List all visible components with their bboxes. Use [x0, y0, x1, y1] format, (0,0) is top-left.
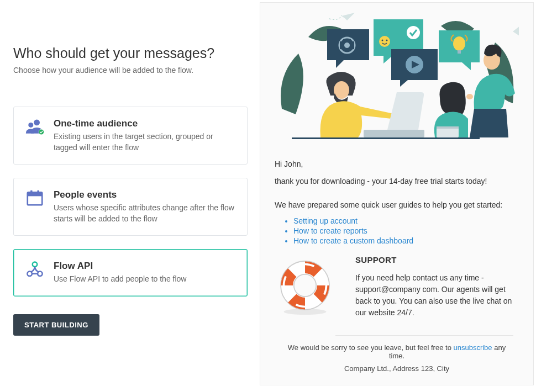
- svg-rect-7: [37, 190, 39, 194]
- svg-point-1: [28, 123, 33, 128]
- option-one-time-audience[interactable]: One-time audience Existing users in the …: [13, 107, 248, 165]
- footer-pre: We would be sorry to see you leave, but …: [288, 343, 454, 352]
- api-icon: [24, 261, 46, 285]
- email-preview: Hi John, thank you for downloading - you…: [260, 2, 534, 385]
- svg-point-12: [344, 43, 350, 48]
- svg-point-32: [466, 94, 473, 99]
- unsubscribe-link[interactable]: unsubscribe: [453, 343, 492, 352]
- support-text: If you need help contact us any time - s…: [355, 272, 519, 319]
- support-section: SUPPORT If you need help contact us any …: [275, 255, 519, 319]
- guide-link-list: Setting up account How to create reports…: [275, 216, 519, 245]
- footer-address: Company Ltd., Address 123, City: [280, 364, 513, 373]
- email-body: Hi John, thank you for downloading - you…: [275, 158, 519, 373]
- guide-link-setup[interactable]: Setting up account: [293, 216, 358, 225]
- svg-rect-24: [292, 137, 480, 139]
- svg-rect-30: [437, 126, 459, 129]
- email-line-2: We have prepared some quick user guides …: [275, 199, 519, 211]
- start-building-button[interactable]: START BUILDING: [13, 314, 99, 336]
- option-desc: Users whose specific attributes change a…: [54, 203, 237, 224]
- svg-rect-16: [352, 41, 354, 49]
- option-desc: Existing users in the target section, gr…: [54, 131, 237, 153]
- svg-rect-5: [28, 192, 42, 196]
- people-icon: [24, 118, 46, 153]
- svg-point-17: [407, 26, 420, 39]
- svg-rect-27: [364, 130, 424, 137]
- option-title: One-time audience: [54, 118, 237, 129]
- option-flow-api[interactable]: Flow API Use Flow API to add people to t…: [13, 249, 248, 296]
- svg-rect-23: [458, 50, 461, 54]
- svg-point-18: [379, 36, 390, 47]
- audience-panel: Who should get your messages? Choose how…: [0, 0, 260, 392]
- svg-rect-13: [343, 39, 351, 41]
- email-footer: We would be sorry to see you leave, but …: [335, 335, 513, 373]
- hero-illustration: [275, 9, 519, 150]
- email-line-1: thank you for downloading - your 14-day …: [275, 176, 519, 187]
- page-subtitle: Choose how your audience will be added t…: [13, 66, 248, 75]
- option-title: People events: [54, 189, 237, 200]
- lifebuoy-icon: [275, 255, 341, 317]
- option-title: Flow API: [54, 261, 237, 272]
- option-desc: Use Flow API to add people to the flow: [54, 274, 237, 285]
- page-title: Who should get your messages?: [13, 45, 248, 61]
- svg-rect-6: [30, 190, 33, 194]
- guide-link-dashboard[interactable]: How to create a custom dashboard: [293, 236, 413, 245]
- option-people-events[interactable]: People events Users whose specific attri…: [13, 178, 248, 236]
- email-greeting: Hi John,: [275, 158, 519, 170]
- svg-point-8: [33, 262, 38, 267]
- guide-link-reports[interactable]: How to create reports: [293, 226, 367, 235]
- svg-rect-14: [343, 49, 351, 51]
- support-heading: SUPPORT: [355, 255, 519, 264]
- calendar-icon: [24, 189, 46, 224]
- svg-point-22: [453, 36, 465, 51]
- svg-point-20: [386, 40, 388, 41]
- svg-point-19: [382, 40, 383, 41]
- svg-rect-15: [340, 41, 342, 49]
- svg-point-0: [34, 120, 40, 126]
